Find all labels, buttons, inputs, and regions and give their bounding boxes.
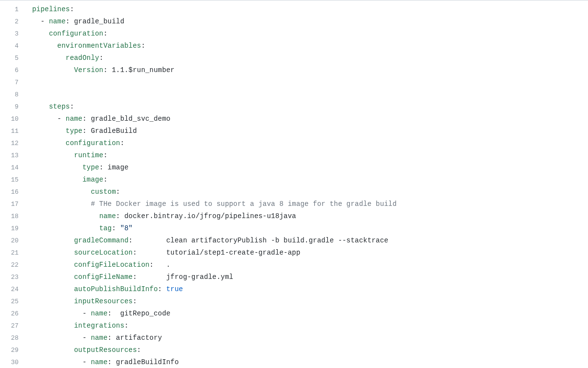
code-line[interactable]: 11 type: GradleBuild [0, 125, 588, 137]
token-key: sourceLocation [74, 249, 133, 257]
indent [32, 224, 99, 232]
code-line[interactable]: 19 tag: "8" [0, 222, 588, 235]
code-content[interactable]: runtime: [26, 149, 108, 162]
indent [32, 164, 82, 171]
line-number: 5 [0, 52, 26, 64]
code-line[interactable]: 1pipelines: [0, 3, 588, 16]
code-line[interactable]: 15 image: [0, 174, 588, 186]
code-content[interactable]: readOnly: [26, 52, 103, 64]
token-punct: : [129, 237, 166, 244]
token-punct: : [141, 42, 146, 50]
code-content[interactable]: name: docker.bintray.io/jfrog/pipelines-… [26, 210, 296, 222]
code-line[interactable]: 30 - name: gradleBuildInfo [0, 356, 588, 368]
code-line[interactable]: 3 configuration: [0, 28, 588, 40]
code-line[interactable]: 2 - name: gradle_build [0, 16, 588, 28]
code-line[interactable]: 17 # THe Docker image is used to support… [0, 198, 588, 210]
code-line[interactable]: 4 environmentVariables: [0, 40, 588, 52]
code-content[interactable]: steps: [26, 101, 74, 113]
token-punct: : [99, 54, 104, 62]
code-content[interactable]: configuration: [26, 137, 124, 149]
token-key: type [66, 127, 82, 135]
code-content[interactable]: image: [26, 174, 108, 186]
code-line[interactable]: 12 configuration: [0, 137, 588, 149]
token-key: name [99, 212, 116, 220]
code-content[interactable]: - name: gitRepo_code [26, 308, 171, 320]
code-content[interactable]: Version: 1.1.$run_number [26, 64, 174, 76]
line-number: 30 [0, 356, 26, 368]
code-line[interactable]: 13 runtime: [0, 149, 588, 162]
code-content[interactable]: environmentVariables: [26, 40, 145, 52]
indent [32, 115, 57, 123]
line-number: 10 [0, 113, 26, 125]
token-key: name [91, 334, 107, 342]
code-content[interactable]: - name: artifactory [26, 332, 162, 344]
line-number: 18 [0, 210, 26, 222]
token-value: gradle_build [74, 18, 124, 25]
code-line[interactable]: 9 steps: [0, 101, 588, 113]
indent [32, 127, 66, 135]
code-line[interactable]: 25 inputResources: [0, 295, 588, 308]
code-line[interactable]: 20 gradleCommand: clean artifactoryPubli… [0, 235, 588, 247]
code-content[interactable]: integrations: [26, 320, 129, 332]
token-value: gradleBuildInfo [116, 358, 179, 366]
code-content[interactable]: inputResources: [26, 295, 137, 308]
line-number: 7 [0, 76, 26, 89]
token-punct: : [137, 346, 141, 354]
code-line[interactable]: 24 autoPublishBuildInfo: true [0, 283, 588, 295]
indent [32, 334, 82, 342]
code-line[interactable]: 29 outputResources: [0, 344, 588, 356]
code-content[interactable]: custom: [26, 186, 120, 198]
code-line[interactable]: 16 custom: [0, 186, 588, 198]
indent [32, 273, 74, 281]
code-content[interactable]: configuration: [26, 28, 108, 40]
code-line[interactable]: 22 configFileLocation: . [0, 259, 588, 271]
indent [32, 261, 74, 269]
line-number: 25 [0, 295, 26, 308]
code-content[interactable]: tag: "8" [26, 222, 133, 235]
token-punct: : [133, 249, 166, 257]
code-content[interactable]: - name: gradle_bld_svc_demo [26, 113, 171, 125]
code-content[interactable]: # THe Docker image is used to support a … [26, 198, 397, 210]
token-punct: : [150, 261, 166, 269]
code-content[interactable]: - name: gradle_build [26, 16, 124, 28]
token-punct: : [133, 297, 137, 305]
token-punct: : [158, 285, 166, 293]
line-number: 4 [0, 40, 26, 52]
code-content[interactable]: autoPublishBuildInfo: true [26, 283, 183, 295]
indent [32, 346, 74, 354]
token-punct: : [82, 127, 91, 135]
yaml-code-viewer[interactable]: 1pipelines:2 - name: gradle_build3 confi… [0, 0, 588, 368]
token-value: artifactory [116, 334, 162, 342]
line-number: 15 [0, 174, 26, 186]
code-content[interactable]: type: image [26, 162, 129, 174]
code-content[interactable]: sourceLocation: tutorial/step1-create-gr… [26, 247, 301, 259]
line-number: 17 [0, 198, 26, 210]
code-content[interactable]: - name: gradleBuildInfo [26, 356, 179, 368]
code-line[interactable]: 7 [0, 76, 588, 89]
indent [32, 285, 74, 293]
code-content[interactable]: gradleCommand: clean artifactoryPublish … [26, 235, 388, 247]
code-content[interactable]: pipelines: [26, 3, 74, 16]
code-line[interactable]: 21 sourceLocation: tutorial/step1-create… [0, 247, 588, 259]
code-line[interactable]: 5 readOnly: [0, 52, 588, 64]
token-key: outputResources [74, 346, 137, 354]
code-content[interactable]: outputResources: [26, 344, 141, 356]
code-content[interactable]: configFileName: jfrog-gradle.yml [26, 271, 233, 283]
code-line[interactable]: 27 integrations: [0, 320, 588, 332]
code-line[interactable]: 23 configFileName: jfrog-gradle.yml [0, 271, 588, 283]
code-content[interactable]: type: GradleBuild [26, 125, 137, 137]
token-key: configuration [49, 30, 103, 37]
code-line[interactable]: 26 - name: gitRepo_code [0, 308, 588, 320]
code-line[interactable]: 6 Version: 1.1.$run_number [0, 64, 588, 76]
code-line[interactable]: 18 name: docker.bintray.io/jfrog/pipelin… [0, 210, 588, 222]
token-punct: : [108, 310, 120, 317]
line-number: 13 [0, 149, 26, 162]
indent [32, 139, 66, 147]
line-number: 11 [0, 125, 26, 137]
code-content[interactable]: configFileLocation: . [26, 259, 171, 271]
code-line[interactable]: 10 - name: gradle_bld_svc_demo [0, 113, 588, 125]
code-line[interactable]: 28 - name: artifactory [0, 332, 588, 344]
code-line[interactable]: 8 [0, 89, 588, 101]
code-line[interactable]: 14 type: image [0, 162, 588, 174]
token-key: pipelines [32, 5, 70, 13]
